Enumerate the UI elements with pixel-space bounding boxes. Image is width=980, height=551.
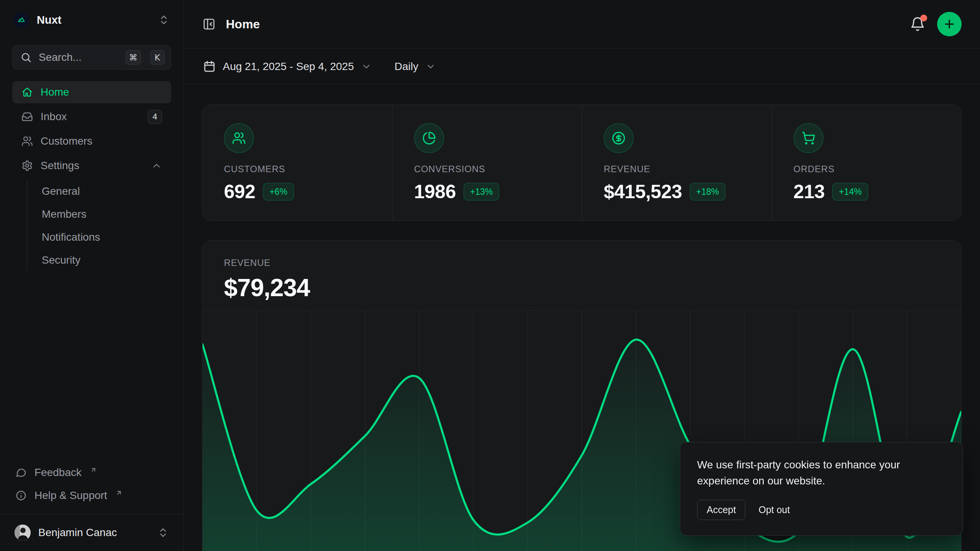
revenue-label: REVENUE: [224, 258, 940, 268]
stat-conversions: CONVERSIONS 1986 +13%: [392, 105, 582, 220]
granularity-value: Daily: [395, 60, 418, 73]
stat-delta-badge: +6%: [263, 183, 294, 201]
stat-label: REVENUE: [604, 164, 772, 174]
sidebar-item-label: Inbox: [41, 111, 67, 123]
opt-out-button[interactable]: Opt out: [757, 500, 791, 520]
accept-button[interactable]: Accept: [697, 500, 745, 520]
message-bubble-icon: [15, 467, 27, 478]
sidebar-item-notifications[interactable]: Notifications: [39, 227, 171, 248]
header-actions: [910, 12, 962, 36]
panel-collapse-icon[interactable]: [202, 17, 216, 31]
sidebar-item-inbox[interactable]: Inbox 4: [12, 106, 171, 128]
sidebar-item-home[interactable]: Home: [12, 81, 171, 103]
chevron-up-icon: [151, 160, 162, 171]
pie-chart-icon: [414, 123, 444, 153]
inbox-count-badge: 4: [148, 110, 162, 124]
settings-sub-list: General Members Notifications Security: [27, 181, 171, 271]
feedback-label: Feedback: [34, 466, 82, 479]
info-circle-icon: [15, 490, 27, 501]
help-support-label: Help & Support: [34, 489, 107, 502]
stat-value: 1986: [414, 181, 456, 203]
feedback-link[interactable]: Feedback: [12, 463, 171, 483]
sidebar-item-members[interactable]: Members: [39, 204, 171, 225]
stat-value: $415,523: [604, 181, 682, 203]
search-input[interactable]: Search... ⌘ K: [12, 45, 171, 70]
notification-dot: [920, 15, 927, 21]
help-support-link[interactable]: Help & Support: [12, 486, 171, 505]
chevron-down-icon: [361, 61, 372, 72]
chevrons-up-down-icon: [158, 14, 170, 26]
chevron-down-icon: [425, 61, 436, 72]
stat-label: CUSTOMERS: [224, 164, 392, 174]
stat-customers: CUSTOMERS 692 +6%: [203, 105, 392, 220]
user-menu[interactable]: Benjamin Canac: [12, 514, 171, 551]
home-icon: [21, 86, 33, 98]
external-link-icon: [116, 489, 122, 496]
gear-icon: [21, 160, 33, 171]
avatar: [15, 525, 31, 541]
sidebar-item-label: Customers: [41, 135, 92, 147]
sidebar-item-customers[interactable]: Customers: [12, 130, 171, 152]
external-link-icon: [90, 466, 97, 473]
team-name: Nuxt: [37, 14, 61, 26]
sidebar-item-label: Home: [41, 86, 69, 98]
stat-value: 692: [224, 181, 255, 203]
sidebar-item-label: Settings: [41, 160, 79, 172]
sidebar-item-security[interactable]: Security: [39, 249, 171, 271]
stat-label: CONVERSIONS: [414, 164, 582, 174]
revenue-header: REVENUE $79,234: [203, 241, 961, 302]
cookie-message: We use first-party cookies to enhance yo…: [697, 457, 946, 489]
date-range-value: Aug 21, 2025 - Sep 4, 2025: [223, 60, 354, 73]
inbox-icon: [21, 111, 33, 122]
cookie-actions: Accept Opt out: [697, 500, 946, 520]
page-header: Home: [184, 0, 980, 49]
stat-value: 213: [794, 181, 825, 203]
page-title: Home: [226, 17, 260, 31]
revenue-value: $79,234: [224, 274, 940, 302]
dollar-circle-icon: [604, 123, 634, 153]
users-icon: [21, 135, 33, 147]
cookie-banner: We use first-party cookies to enhance yo…: [680, 442, 963, 536]
add-button[interactable]: [937, 12, 962, 36]
stat-label: ORDERS: [794, 164, 962, 174]
search-placeholder: Search...: [39, 51, 119, 64]
calendar-icon: [203, 60, 216, 73]
filters-toolbar: Aug 21, 2025 - Sep 4, 2025 Daily: [184, 49, 980, 85]
stat-orders: ORDERS 213 +14%: [772, 105, 962, 220]
search-icon: [20, 52, 32, 63]
sidebar-item-general[interactable]: General: [39, 181, 171, 202]
sidebar: Nuxt Search... ⌘ K Home: [0, 0, 184, 551]
granularity-select[interactable]: Daily: [395, 60, 436, 73]
team-switcher[interactable]: Nuxt: [12, 0, 171, 40]
sidebar-nav: Home Inbox 4 Customers Settings: [12, 81, 171, 463]
sidebar-footer: Feedback Help & Support: [12, 463, 171, 514]
kbd-k: K: [150, 50, 165, 65]
stats-card: CUSTOMERS 692 +6% CONVERSIONS 1986 +13%: [202, 104, 962, 221]
stat-delta-badge: +13%: [464, 183, 499, 201]
users-icon: [224, 123, 254, 153]
date-range-picker[interactable]: Aug 21, 2025 - Sep 4, 2025: [203, 60, 372, 73]
stat-delta-badge: +18%: [690, 183, 725, 201]
notifications-button[interactable]: [910, 16, 926, 32]
chevrons-up-down-icon: [157, 527, 169, 538]
nuxt-logo-icon: [14, 12, 29, 28]
stat-revenue: REVENUE $415,523 +18%: [582, 105, 772, 220]
shopping-cart-icon: [794, 123, 823, 153]
user-name: Benjamin Canac: [38, 527, 117, 539]
kbd-meta: ⌘: [126, 50, 141, 65]
sidebar-item-settings[interactable]: Settings: [12, 155, 171, 177]
stat-delta-badge: +14%: [832, 183, 868, 201]
